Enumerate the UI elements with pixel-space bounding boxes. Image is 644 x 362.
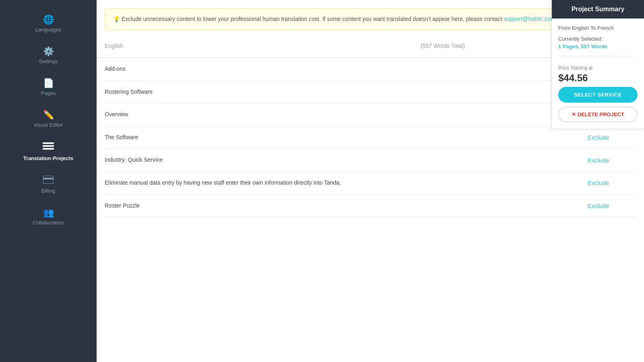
sidebar-item-label: Visual Editor xyxy=(34,122,63,128)
row-title: Overview xyxy=(105,111,588,119)
summary-selected-label: Currently Selected: xyxy=(558,36,638,42)
support-link[interactable]: support@bablic.com xyxy=(504,16,555,22)
col-words-header: (557 Words Total) xyxy=(330,43,555,49)
summary-from: From English To French xyxy=(558,25,638,31)
svg-rect-2 xyxy=(43,148,54,150)
row-exclude: Exclude xyxy=(588,179,636,186)
visual-editor-icon: ✏️ xyxy=(43,111,54,119)
row-title: Roster Puzzle xyxy=(105,202,588,210)
languages-icon: 🌐 xyxy=(43,15,54,24)
row-title: Industry: Quick Service xyxy=(105,156,588,164)
select-service-button[interactable]: SELECT SERVICE xyxy=(558,87,638,103)
sidebar-item-label: Languages xyxy=(35,27,61,33)
svg-rect-1 xyxy=(43,145,54,147)
sidebar-item-visual-editor[interactable]: ✏️ Visual Editor xyxy=(0,103,97,135)
exclude-button[interactable]: Exclude xyxy=(588,179,609,186)
collaborators-icon: 👥 xyxy=(43,208,54,217)
table-row: Industry: Quick Service Exclude xyxy=(105,149,636,172)
row-exclude: Exclude xyxy=(588,157,636,164)
sidebar-item-collaborators[interactable]: 👥 Collaborators xyxy=(0,201,97,233)
row-title: Rostering Software xyxy=(105,88,588,96)
sidebar-item-label: Billing xyxy=(41,188,56,194)
sidebar-item-label: Pages xyxy=(41,90,56,96)
sidebar-item-billing[interactable]: Billing xyxy=(0,169,97,201)
row-exclude: Exclude xyxy=(588,134,636,141)
billing-icon xyxy=(43,176,54,185)
project-summary-body: From English To French Currently Selecte… xyxy=(552,19,644,129)
row-exclude: Exclude xyxy=(588,202,636,209)
svg-rect-3 xyxy=(43,176,54,184)
summary-price-area: Price Starting at $44.56 xyxy=(558,61,638,87)
svg-rect-0 xyxy=(43,142,54,144)
sidebar-item-pages[interactable]: 📄 Pages xyxy=(0,72,97,103)
row-title: The Software xyxy=(105,134,588,142)
project-summary-header: Project Summary xyxy=(552,0,644,19)
sidebar-item-settings[interactable]: ⚙️ Settings xyxy=(0,40,97,72)
delete-project-button[interactable]: ✕ DELETE PROJECT xyxy=(558,107,638,122)
sidebar-item-label: Collaborators xyxy=(33,220,64,226)
translation-projects-icon xyxy=(43,142,54,153)
table-row: The Software Exclude xyxy=(105,126,636,149)
col-title-header: English xyxy=(105,43,330,49)
sidebar-item-label: Settings xyxy=(39,58,58,64)
project-summary-panel: Project Summary From English To French C… xyxy=(551,0,644,129)
summary-divider xyxy=(558,56,638,56)
sidebar: 🌐 Languages ⚙️ Settings 📄 Pages ✏️ Visua… xyxy=(0,0,97,362)
summary-price-value: $44.56 xyxy=(558,72,638,84)
pages-icon: 📄 xyxy=(43,79,54,88)
sidebar-item-languages[interactable]: 🌐 Languages xyxy=(0,8,97,40)
summary-price-label: Price Starting at xyxy=(558,65,638,71)
sidebar-item-translation-projects[interactable]: Translation Projects xyxy=(0,135,97,169)
sidebar-item-label: Translation Projects xyxy=(23,155,73,161)
settings-icon: ⚙️ xyxy=(43,47,54,56)
row-title: Add-ons xyxy=(105,65,588,73)
svg-rect-4 xyxy=(43,178,54,179)
table-row: Eliminate manual data entry by having ne… xyxy=(105,172,636,195)
summary-selected-value: 1 Pages, 557 Words xyxy=(558,43,638,49)
exclude-button[interactable]: Exclude xyxy=(588,202,609,209)
exclude-button[interactable]: Exclude xyxy=(588,134,609,141)
row-title: Eliminate manual data entry by having ne… xyxy=(105,179,588,187)
banner-text: Exclude unnecessary content to lower you… xyxy=(122,16,504,22)
table-row: Roster Puzzle Exclude xyxy=(105,195,636,218)
exclude-button[interactable]: Exclude xyxy=(588,157,609,164)
banner-icon: 💡 xyxy=(113,16,120,22)
